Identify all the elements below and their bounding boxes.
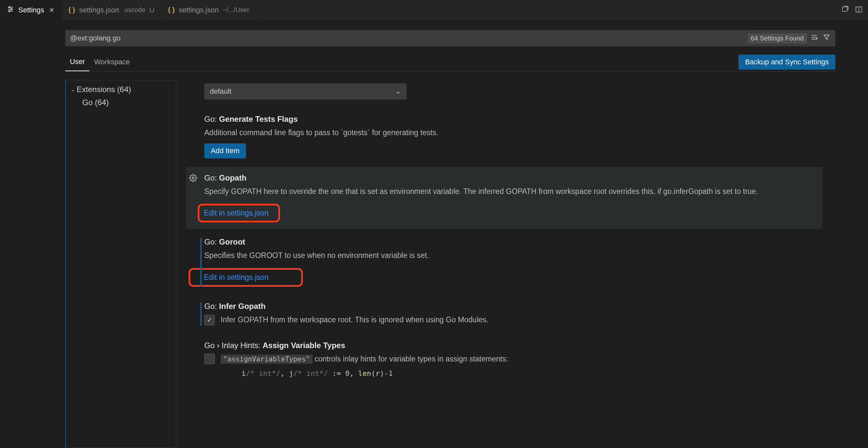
git-status: U bbox=[150, 6, 155, 14]
modified-indicator bbox=[200, 302, 202, 326]
setting-description: "assignVariableTypes" controls inlay hin… bbox=[221, 353, 508, 365]
tab-bar: Settings ✕ { } settings.json .vscode U {… bbox=[0, 0, 868, 20]
tab-actions bbox=[841, 0, 868, 20]
svg-point-14 bbox=[192, 177, 194, 179]
open-json-icon[interactable] bbox=[841, 5, 849, 14]
code-example: i/* int*/, j/* int*/ := 0, len(r)-1 bbox=[204, 369, 811, 378]
json-icon: { } bbox=[68, 6, 75, 14]
scope-tabs: User Workspace Backup and Sync Settings bbox=[65, 54, 835, 71]
setting-title: Go: Generate Tests Flags bbox=[204, 115, 811, 124]
modified-indicator bbox=[200, 238, 202, 287]
filter-icon[interactable] bbox=[823, 33, 831, 43]
setting-title: Go: Goroot bbox=[204, 237, 811, 246]
scope-tab-user[interactable]: User bbox=[65, 54, 89, 71]
highlight-box: Edit in settings.json bbox=[189, 268, 303, 287]
edit-in-settings-json-link[interactable]: Edit in settings.json bbox=[195, 273, 269, 281]
tab-settings[interactable]: Settings ✕ bbox=[0, 0, 62, 20]
close-icon[interactable]: ✕ bbox=[48, 6, 55, 14]
setting-generate-tests-flags: Go: Generate Tests Flags Additional comm… bbox=[186, 108, 822, 165]
sidebar-item-label: Go (64) bbox=[82, 98, 108, 107]
chevron-down-icon: ⌄ bbox=[395, 87, 401, 96]
inlay-assign-types-checkbox[interactable] bbox=[204, 354, 215, 364]
setting-infer-gopath: Go: Infer Gopath ✓ Infer GOPATH from the… bbox=[186, 295, 822, 332]
backup-sync-button[interactable]: Backup and Sync Settings bbox=[739, 55, 835, 69]
search-box: 64 Settings Found bbox=[65, 30, 835, 47]
infer-gopath-checkbox[interactable]: ✓ bbox=[204, 315, 215, 325]
gear-icon[interactable] bbox=[189, 174, 197, 184]
add-item-button[interactable]: Add Item bbox=[204, 143, 246, 158]
sidebar-item-extensions[interactable]: ⌄ Extensions (64) bbox=[66, 83, 176, 96]
setting-description: Additional command line flags to pass to… bbox=[204, 127, 811, 139]
setting-gopath: Go: Gopath Specify GOPATH here to overri… bbox=[186, 167, 822, 229]
setting-title: Go: Infer Gopath bbox=[204, 302, 811, 311]
search-row: 64 Settings Found bbox=[65, 30, 835, 47]
setting-goroot: Go: Goroot Specifies the GOROOT to use w… bbox=[186, 231, 822, 293]
checkbox-row: ✓ Infer GOPATH from the workspace root. … bbox=[204, 314, 811, 326]
setting-title: Go: Gopath bbox=[204, 173, 811, 182]
json-icon: { } bbox=[168, 6, 175, 14]
chevron-down-icon: ⌄ bbox=[70, 87, 75, 93]
settings-editor: 64 Settings Found User Workspace Backup … bbox=[0, 20, 868, 448]
search-input[interactable] bbox=[70, 34, 748, 42]
tab-label: settings.json bbox=[79, 6, 119, 14]
setting-inlay-assign-variable-types: Go › Inlay Hints: Assign Variable Types … bbox=[186, 334, 822, 384]
setting-title: Go › Inlay Hints: Assign Variable Types bbox=[204, 341, 811, 350]
tab-label: settings.json bbox=[179, 6, 219, 14]
split-editor-icon[interactable] bbox=[855, 5, 863, 14]
setting-description: Infer GOPATH from the workspace root. Th… bbox=[221, 314, 489, 326]
tab-label: Settings bbox=[18, 6, 44, 14]
tab-description: ~/.../User bbox=[222, 6, 249, 14]
setting-dropdown[interactable]: default ⌄ bbox=[204, 83, 407, 99]
code-term: "assignVariableTypes" bbox=[221, 355, 313, 364]
settings-found-badge: 64 Settings Found bbox=[748, 33, 807, 43]
setting-description: Specify GOPATH here to override the one … bbox=[204, 186, 811, 198]
edit-in-settings-json-link[interactable]: Edit in settings.json bbox=[204, 209, 269, 217]
dropdown-value: default bbox=[210, 87, 231, 96]
scope-tab-workspace[interactable]: Workspace bbox=[89, 55, 134, 71]
setting-dropdown-block: default ⌄ bbox=[186, 82, 822, 106]
settings-tree: ⌄ Extensions (64) Go (64) bbox=[65, 80, 176, 448]
content-row: ⌄ Extensions (64) Go (64) default ⌄ Go: bbox=[65, 80, 835, 448]
settings-icon bbox=[6, 5, 14, 15]
svg-rect-6 bbox=[842, 7, 847, 11]
checkbox-row: "assignVariableTypes" controls inlay hin… bbox=[204, 353, 811, 365]
setting-description: Specifies the GOROOT to use when no envi… bbox=[204, 250, 811, 262]
clear-search-icon[interactable] bbox=[810, 33, 818, 43]
settings-list[interactable]: default ⌄ Go: Generate Tests Flags Addit… bbox=[176, 80, 835, 448]
highlight-box: Edit in settings.json bbox=[198, 204, 280, 222]
tab-settings-json-user[interactable]: { } settings.json ~/.../User bbox=[161, 0, 256, 20]
sidebar-item-label: Extensions (64) bbox=[77, 85, 131, 94]
sidebar-item-go[interactable]: Go (64) bbox=[66, 96, 176, 109]
tab-description: .vscode bbox=[123, 6, 146, 14]
tab-settings-json-vscode[interactable]: { } settings.json .vscode U bbox=[62, 0, 161, 20]
